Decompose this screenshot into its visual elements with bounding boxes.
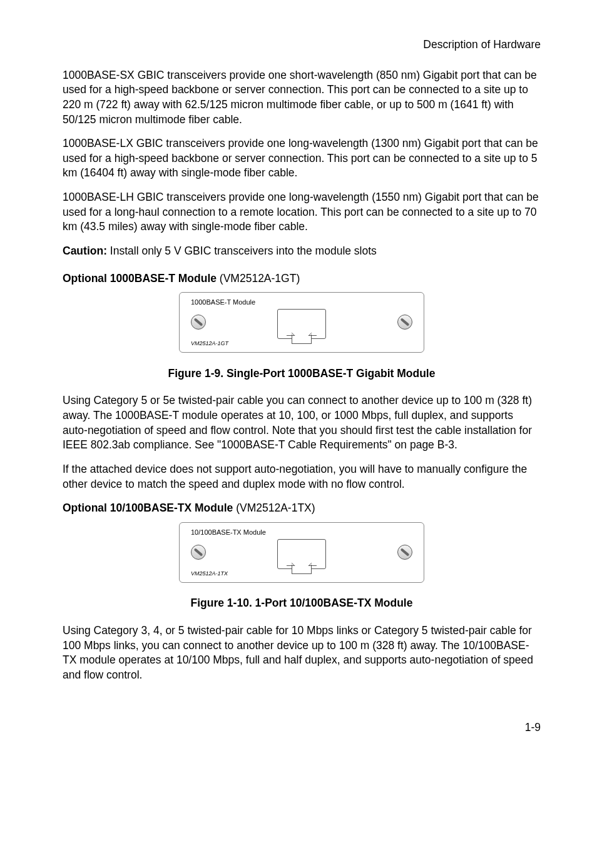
body-paragraph: If the attached device does not support …: [63, 462, 541, 492]
module-part-number: VM2512A-1GT: [191, 340, 228, 347]
module-diagram: 1000BASE-T Module VM2512A-1GT: [179, 292, 424, 353]
screw-icon: [397, 315, 412, 330]
figure-1-9: 1000BASE-T Module VM2512A-1GT: [63, 292, 541, 357]
module-label: 1000BASE-T Module: [191, 298, 255, 307]
page-header: Description of Hardware: [63, 38, 541, 53]
screw-icon: [397, 545, 412, 560]
body-paragraph: 1000BASE-LH GBIC transceivers provide on…: [63, 190, 541, 235]
section-title-bold: Optional 10/100BASE-TX Module: [63, 502, 233, 514]
section-heading-1000base-t: Optional 1000BASE-T Module (VM2512A-1GT): [63, 271, 541, 286]
body-paragraph: 1000BASE-LX GBIC transceivers provide on…: [63, 136, 541, 181]
section-title-suffix: (VM2512A-1TX): [233, 502, 315, 514]
section-title-bold: Optional 1000BASE-T Module: [63, 272, 217, 285]
body-paragraph: Using Category 3, 4, or 5 twisted-pair c…: [63, 623, 541, 683]
screw-icon: [191, 315, 206, 330]
module-part-number: VM2512A-1TX: [191, 570, 228, 577]
screw-icon: [191, 545, 206, 560]
page-number: 1-9: [63, 720, 541, 735]
caution-label: Caution:: [63, 245, 107, 257]
rj45-port-icon: [277, 539, 326, 575]
figure-caption: Figure 1-9. Single-Port 1000BASE-T Gigab…: [63, 366, 541, 381]
body-paragraph: Using Category 5 or 5e twisted-pair cabl…: [63, 393, 541, 453]
figure-caption: Figure 1-10. 1-Port 10/100BASE-TX Module: [63, 596, 541, 611]
section-heading-10-100base-tx: Optional 10/100BASE-TX Module (VM2512A-1…: [63, 501, 541, 516]
module-label: 10/100BASE-TX Module: [191, 528, 266, 537]
figure-1-10: 10/100BASE-TX Module VM2512A-1TX: [63, 522, 541, 587]
body-paragraph: 1000BASE-SX GBIC transceivers provide on…: [63, 68, 541, 128]
section-title-suffix: (VM2512A-1GT): [217, 272, 300, 285]
caution-note: Caution: Install only 5 V GBIC transceiv…: [63, 244, 541, 259]
module-diagram: 10/100BASE-TX Module VM2512A-1TX: [179, 522, 424, 583]
caution-text: Install only 5 V GBIC transceivers into …: [107, 245, 377, 257]
rj45-port-icon: [277, 309, 326, 345]
